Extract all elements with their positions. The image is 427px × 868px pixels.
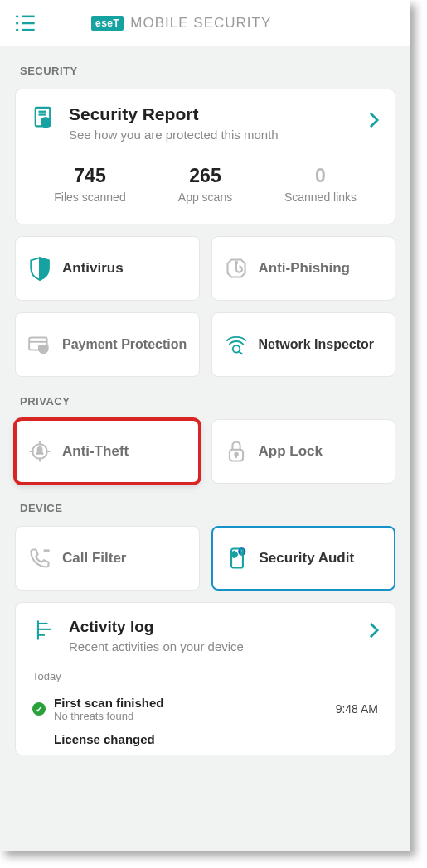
svg-point-24 [231,552,236,557]
svg-point-12 [232,345,240,353]
svg-point-9 [235,262,236,263]
activity-log-card[interactable]: Activity log Recent activities on your d… [15,602,395,755]
tile-anti-theft[interactable]: Anti-Theft [15,419,200,484]
stat-label: Scanned links [263,190,378,204]
tile-label: App Lock [259,443,323,460]
report-subtitle: See how you are protected this month [69,128,279,142]
log-item: License changed [32,727,378,746]
section-label-device: DEVICE [15,484,395,526]
app-header: eseT MOBILE SECURITY [0,0,410,46]
svg-point-4 [16,29,18,31]
card-shield-icon [27,332,52,357]
activity-today-label: Today [32,670,378,682]
activity-title: Activity log [69,618,244,636]
phone-block-icon [27,546,52,571]
device-gear-icon [225,546,250,571]
chevron-right-icon [368,621,380,639]
app-screen: eseT MOBILE SECURITY SECURITY Security R… [0,0,410,851]
tile-antiphishing[interactable]: Anti-Phishing [211,236,396,301]
shield-icon [27,256,52,281]
activity-subtitle: Recent activities on your device [69,639,244,653]
stat-label: App scans [148,190,263,204]
stat-value: 265 [148,165,263,187]
tile-security-audit[interactable]: Security Audit [211,526,396,591]
activity-icon [32,618,57,643]
tile-payment-protection[interactable]: Payment Protection [15,312,200,377]
section-label-security: SECURITY [15,46,395,89]
tile-call-filter[interactable]: Call Filter [15,526,200,591]
stat-scanned-links: 0 Scanned links [263,165,378,204]
section-label-privacy: PRIVACY [15,377,395,419]
content: SECURITY Security Report See how you are… [0,46,410,770]
stat-label: Files scanned [32,190,148,204]
tile-label: Antivirus [62,260,124,277]
svg-rect-26 [240,550,242,552]
stat-files-scanned: 745 Files scanned [32,165,148,204]
stat-value: 745 [32,165,148,187]
tile-label: Anti-Phishing [259,260,350,277]
brand-logo: eseT [91,16,124,31]
tile-app-lock[interactable]: App Lock [211,419,396,484]
svg-point-0 [16,15,18,17]
log-item: First scan finished No threats found 9:4… [32,691,378,727]
svg-line-13 [239,352,242,354]
log-title: First scan finished [54,696,328,710]
check-icon [32,702,46,716]
wifi-search-icon [224,332,249,357]
tile-label: Network Inspector [259,336,375,352]
svg-point-2 [16,22,18,24]
tile-label: Call Filter [62,550,126,567]
stat-app-scans: 265 App scans [148,165,263,204]
security-report-card[interactable]: Security Report See how you are protecte… [15,89,395,224]
stat-value: 0 [263,165,378,187]
tile-antivirus[interactable]: Antivirus [15,236,200,301]
tile-network-inspector[interactable]: Network Inspector [211,312,396,377]
chevron-right-icon [368,111,380,129]
log-sub: No threats found [54,710,328,722]
svg-rect-27 [240,553,242,554]
brand: eseT MOBILE SECURITY [91,15,271,31]
tile-label: Anti-Theft [62,443,129,460]
log-title: License changed [54,732,155,746]
tile-label: Security Audit [260,550,355,567]
report-icon [32,104,57,129]
report-stats: 745 Files scanned 265 App scans 0 Scanne… [32,165,378,204]
report-title: Security Report [69,104,279,124]
tile-label: Payment Protection [62,336,187,352]
menu-icon[interactable] [13,12,36,35]
lock-icon [224,439,249,464]
brand-text: MOBILE SECURITY [130,15,271,31]
target-icon [27,439,52,464]
hook-icon [224,256,249,281]
log-time: 9:48 AM [336,702,378,716]
